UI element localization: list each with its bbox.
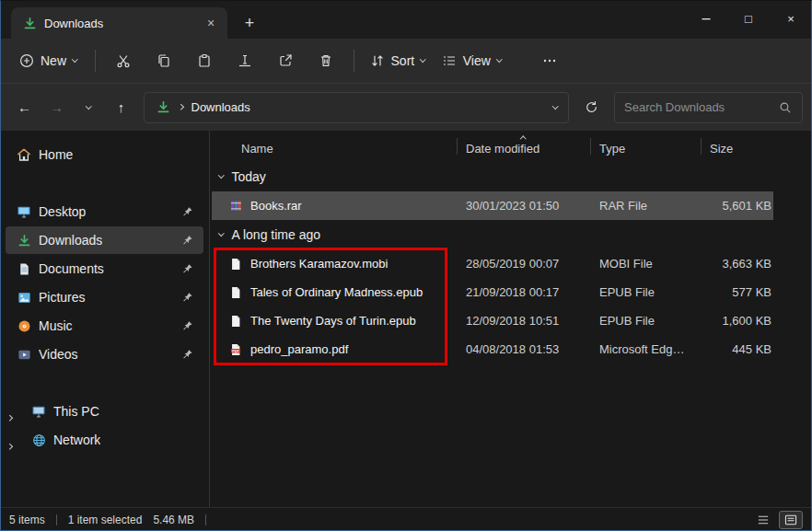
pin-icon <box>181 291 194 304</box>
minimize-button[interactable]: – <box>685 0 727 37</box>
list-view-toggle[interactable] <box>751 511 775 529</box>
chevron-down-icon <box>72 56 77 62</box>
close-button[interactable]: × <box>770 0 812 37</box>
item-count: 5 items <box>9 514 45 526</box>
cut-button[interactable] <box>103 45 144 76</box>
chevron-right-icon <box>178 104 183 110</box>
document-file-icon <box>228 257 243 271</box>
column-header-size[interactable]: Size <box>701 131 773 162</box>
rename-button[interactable] <box>225 45 265 76</box>
sidebar-item-documents[interactable]: Documents <box>6 255 203 283</box>
file-row-brothers-karamazov-mobi[interactable]: Brothers Karamazov.mobi 28/05/2019 00:07… <box>212 249 773 278</box>
pin-icon <box>181 348 194 361</box>
file-row-books-rar[interactable]: Books.rar 30/01/2023 01:50 RAR File 5,60… <box>212 191 773 220</box>
address-bar[interactable]: Downloads <box>144 92 569 123</box>
downloads-icon <box>156 100 170 115</box>
toolbar-separator <box>95 50 96 72</box>
copy-button[interactable] <box>144 45 184 76</box>
group-header-today[interactable]: Today <box>210 162 812 191</box>
back-button[interactable]: ← <box>9 92 40 123</box>
command-toolbar: New Sort <box>0 39 812 83</box>
search-icon <box>778 100 793 115</box>
explorer-tab[interactable]: Downloads × <box>11 7 227 39</box>
sidebar-item-this-pc[interactable]: This PC <box>20 398 203 425</box>
breadcrumb-item-downloads[interactable]: Downloads <box>191 100 250 114</box>
copy-icon <box>157 53 171 68</box>
search-input[interactable] <box>624 100 772 114</box>
search-box[interactable] <box>614 92 803 123</box>
view-button[interactable]: View <box>434 45 510 76</box>
sidebar-item-downloads[interactable]: Downloads <box>6 226 203 254</box>
selection-count: 1 item selected <box>68 514 143 526</box>
file-row-pedro-paramo-pdf[interactable]: PDF pedro_paramo.pdf 04/08/2018 01:53 Mi… <box>212 335 773 364</box>
more-options-button[interactable] <box>531 45 568 76</box>
pictures-icon <box>17 290 31 305</box>
navigation-pane: Home Desktop Downloads Docum <box>0 131 210 507</box>
group-header-a-long-time-ago[interactable]: A long time ago <box>210 220 812 249</box>
videos-icon <box>17 347 31 362</box>
home-icon <box>17 147 31 162</box>
chevron-right-icon[interactable] <box>7 408 12 422</box>
downloads-icon <box>17 233 31 248</box>
pdf-file-icon: PDF <box>228 342 243 357</box>
sort-button-label: Sort <box>391 53 415 68</box>
sidebar-item-desktop[interactable]: Desktop <box>6 198 203 225</box>
file-list-pane: Name Date modified Type Size Today <box>210 131 812 507</box>
sort-icon <box>370 53 385 68</box>
delete-button[interactable] <box>306 45 346 76</box>
forward-button[interactable]: → <box>41 92 72 123</box>
chevron-down-icon <box>496 56 502 62</box>
downloads-icon <box>22 16 37 30</box>
paste-icon <box>197 53 212 68</box>
maximize-button[interactable]: □ <box>727 0 770 37</box>
chevron-down-icon <box>218 172 224 178</box>
refresh-button[interactable] <box>576 92 607 123</box>
share-button[interactable] <box>265 45 306 76</box>
sidebar-item-home[interactable]: Home <box>6 141 203 168</box>
music-icon <box>17 318 31 333</box>
new-button[interactable]: New <box>9 45 87 76</box>
new-button-label: New <box>41 53 66 68</box>
sort-button[interactable]: Sort <box>362 45 434 76</box>
svg-text:PDF: PDF <box>232 349 239 352</box>
view-icon <box>442 53 457 68</box>
document-icon <box>17 261 31 276</box>
details-view-icon <box>784 514 797 525</box>
list-view-icon <box>757 514 770 525</box>
document-file-icon <box>228 285 243 300</box>
recent-locations-button[interactable] <box>74 92 104 123</box>
tab-title: Downloads <box>44 17 194 30</box>
status-separator <box>56 514 57 525</box>
new-tab-button[interactable]: + <box>237 10 262 36</box>
status-bar: 5 items 1 item selected 5.46 MB <box>0 507 812 531</box>
up-button[interactable]: ↑ <box>106 92 136 123</box>
chevron-right-icon[interactable] <box>7 436 12 451</box>
paste-button[interactable] <box>184 45 225 76</box>
pin-icon <box>181 319 194 332</box>
file-row-the-twenty-days-of-turin-epub[interactable]: The Twenty Days of Turin.epub 12/09/2018… <box>212 306 773 335</box>
column-header-name[interactable]: Name <box>212 131 457 162</box>
document-file-icon <box>228 314 243 329</box>
refresh-icon <box>585 100 599 115</box>
column-header-type[interactable]: Type <box>590 131 701 162</box>
sidebar-item-network[interactable]: Network <box>20 426 203 454</box>
cut-icon <box>116 53 131 68</box>
rar-archive-icon <box>228 199 243 214</box>
trash-icon <box>319 53 333 68</box>
details-view-toggle[interactable] <box>779 511 803 529</box>
network-icon <box>31 433 46 447</box>
view-button-label: View <box>463 53 491 68</box>
address-dropdown-icon[interactable] <box>552 103 558 109</box>
tab-close-button[interactable]: × <box>202 14 220 32</box>
column-headers: Name Date modified Type Size <box>212 131 773 162</box>
sidebar-item-pictures[interactable]: Pictures <box>6 283 203 311</box>
chevron-down-icon <box>86 103 91 109</box>
toolbar-separator <box>354 50 354 72</box>
sidebar-item-videos[interactable]: Videos <box>6 341 203 368</box>
column-header-date-modified[interactable]: Date modified <box>457 131 590 162</box>
rename-icon <box>238 53 252 68</box>
file-row-tales-of-ordinary-madness-epub[interactable]: Tales of Ordinary Madness.epub 21/09/201… <box>212 278 773 306</box>
ellipsis-icon <box>542 53 557 68</box>
sidebar-item-music[interactable]: Music <box>6 312 203 340</box>
titlebar: Downloads × + – □ × <box>0 0 812 39</box>
